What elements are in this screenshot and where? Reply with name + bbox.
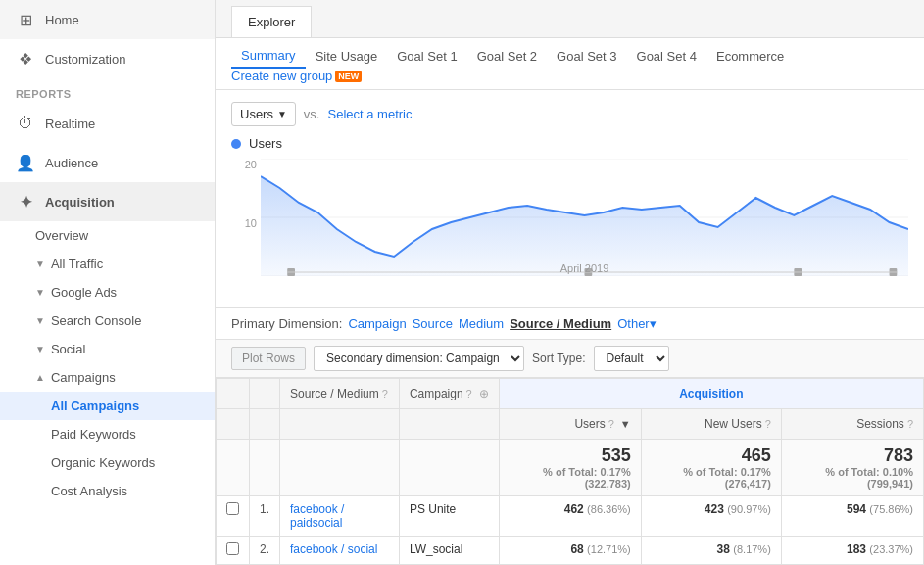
sidebar-item-overview[interactable]: Overview bbox=[0, 221, 215, 250]
row2-number: 2. bbox=[250, 537, 280, 565]
total-number bbox=[250, 440, 280, 496]
home-icon: ⊞ bbox=[16, 10, 35, 29]
social-label: Social bbox=[51, 342, 85, 356]
source-medium-help-icon[interactable]: ? bbox=[382, 388, 388, 400]
th-source-medium[interactable]: Source / Medium ? bbox=[280, 379, 400, 409]
th-sessions[interactable]: Sessions ? bbox=[781, 409, 923, 440]
paid-keywords-label: Paid Keywords bbox=[51, 427, 136, 442]
chart-area: Users ▼ vs. Select a metric Users 20 10 bbox=[216, 90, 924, 308]
th-number2 bbox=[250, 409, 280, 440]
audience-icon: 👤 bbox=[16, 153, 35, 172]
th-new-users[interactable]: New Users ? bbox=[641, 409, 781, 440]
tab-ecommerce[interactable]: Ecommerce bbox=[706, 45, 794, 68]
tab-summary[interactable]: Summary bbox=[231, 44, 306, 69]
controls-row: Plot Rows Secondary dimension: Campaign … bbox=[216, 340, 924, 378]
y-label-10: 10 bbox=[231, 217, 257, 229]
sidebar-item-acquisition[interactable]: ✦ Acquisition bbox=[0, 182, 215, 221]
dim-source-medium-link[interactable]: Source / Medium bbox=[510, 316, 611, 331]
sidebar-item-realtime-label: Realtime bbox=[45, 117, 95, 131]
select-metric-link[interactable]: Select a metric bbox=[327, 107, 412, 121]
dim-other-dropdown[interactable]: Other▾ bbox=[617, 316, 657, 331]
plot-rows-button[interactable]: Plot Rows bbox=[231, 347, 306, 370]
secondary-dimension-select[interactable]: Secondary dimension: Campaign bbox=[314, 346, 524, 371]
main-content: Explorer Summary Site Usage Goal Set 1 G… bbox=[216, 0, 924, 565]
new-users-help-icon[interactable]: ? bbox=[765, 418, 771, 430]
chart-container: 20 10 bbox=[231, 159, 908, 296]
primary-dimension-row: Primary Dimension: Campaign Source Mediu… bbox=[216, 308, 924, 340]
row2-checkbox[interactable] bbox=[217, 537, 250, 565]
row2-source-medium[interactable]: facebook / social bbox=[280, 537, 400, 565]
new-badge: NEW bbox=[335, 71, 362, 82]
social-arrow: ▼ bbox=[35, 344, 45, 354]
row2-new-users: 38 (8.17%) bbox=[641, 537, 781, 565]
chart-x-label: April 2019 bbox=[560, 262, 609, 274]
row1-checkbox[interactable] bbox=[217, 496, 250, 537]
sidebar-item-customization-label: Customization bbox=[45, 52, 125, 67]
sidebar-item-audience[interactable]: 👤 Audience bbox=[0, 143, 215, 182]
sort-type-select[interactable]: Default bbox=[594, 346, 669, 371]
sidebar-item-home[interactable]: ⊞ Home bbox=[0, 0, 215, 39]
metric-selector-row: Users ▼ vs. Select a metric bbox=[231, 102, 908, 126]
dim-campaign-link[interactable]: Campaign bbox=[348, 316, 406, 331]
row1-number: 1. bbox=[250, 496, 280, 537]
dim-source-link[interactable]: Source bbox=[413, 316, 453, 331]
total-sessions: 783 % of Total: 0.10% (799,941) bbox=[781, 440, 923, 496]
users-help-icon[interactable]: ? bbox=[608, 418, 614, 430]
chart-legend-label: Users bbox=[249, 136, 282, 151]
tab-goal-set-4[interactable]: Goal Set 4 bbox=[627, 45, 706, 68]
sidebar-item-all-traffic[interactable]: ▼ All Traffic bbox=[0, 250, 215, 278]
sidebar-item-social[interactable]: ▼ Social bbox=[0, 335, 215, 363]
sidebar-item-customization[interactable]: ❖ Customization bbox=[0, 39, 215, 78]
campaign-help-icon[interactable]: ? bbox=[466, 388, 472, 400]
y-label-20: 20 bbox=[231, 159, 257, 170]
tab-goal-set-3[interactable]: Goal Set 3 bbox=[547, 45, 626, 68]
row2-checkbox-input[interactable] bbox=[226, 542, 239, 555]
row1-new-users: 423 (90.97%) bbox=[641, 496, 781, 537]
th-source-medium2 bbox=[280, 409, 400, 440]
tab-goal-set-1[interactable]: Goal Set 1 bbox=[387, 45, 466, 68]
sessions-help-icon[interactable]: ? bbox=[907, 418, 913, 430]
explorer-tab[interactable]: Explorer bbox=[231, 6, 312, 37]
sidebar: ⊞ Home ❖ Customization REPORTS ⏱ Realtim… bbox=[0, 0, 216, 565]
sidebar-item-google-ads[interactable]: ▼ Google Ads bbox=[0, 278, 215, 306]
reports-section-label: REPORTS bbox=[0, 78, 215, 104]
campaigns-arrow: ▲ bbox=[35, 372, 45, 383]
th-checkbox2 bbox=[217, 409, 250, 440]
row1-checkbox-input[interactable] bbox=[226, 502, 239, 515]
sidebar-item-realtime[interactable]: ⏱ Realtime bbox=[0, 104, 215, 143]
tab-divider bbox=[802, 49, 802, 65]
total-new-users: 465 % of Total: 0.17% (276,417) bbox=[641, 440, 781, 496]
dim-medium-link[interactable]: Medium bbox=[459, 316, 504, 331]
search-console-arrow: ▼ bbox=[35, 315, 45, 326]
th-campaign[interactable]: Campaign ? ⊕ bbox=[399, 379, 499, 409]
sidebar-item-organic-keywords[interactable]: Organic Keywords bbox=[0, 448, 215, 477]
metric-dropdown[interactable]: Users ▼ bbox=[231, 102, 296, 126]
google-ads-arrow: ▼ bbox=[35, 287, 45, 298]
row2-campaign: LW_social bbox=[399, 537, 499, 565]
tab-goal-set-2[interactable]: Goal Set 2 bbox=[467, 45, 547, 68]
sidebar-item-all-campaigns[interactable]: All Campaigns bbox=[0, 392, 215, 420]
th-users[interactable]: Users ? ▼ bbox=[499, 409, 641, 440]
users-sort-arrow[interactable]: ▼ bbox=[620, 418, 631, 430]
organic-keywords-label: Organic Keywords bbox=[51, 455, 155, 470]
campaigns-label: Campaigns bbox=[51, 370, 116, 385]
th-number bbox=[250, 379, 280, 409]
create-new-group-label: Create new group bbox=[231, 69, 332, 83]
add-segment-button[interactable]: ⊕ bbox=[479, 387, 489, 400]
table-row: 2. facebook / social LW_social 68 (12.71… bbox=[217, 537, 924, 565]
chart-legend: Users bbox=[231, 136, 908, 151]
row1-source-medium[interactable]: facebook / paidsocial bbox=[280, 496, 400, 537]
total-source-medium bbox=[280, 440, 400, 496]
sidebar-item-paid-keywords[interactable]: Paid Keywords bbox=[0, 420, 215, 448]
sidebar-item-search-console[interactable]: ▼ Search Console bbox=[0, 306, 215, 335]
row2-sessions: 183 (23.37%) bbox=[781, 537, 923, 565]
google-ads-label: Google Ads bbox=[51, 285, 117, 300]
sidebar-item-campaigns[interactable]: ▲ Campaigns bbox=[0, 363, 215, 392]
sidebar-item-cost-analysis[interactable]: Cost Analysis bbox=[0, 477, 215, 505]
create-new-group-button[interactable]: Create new group NEW bbox=[231, 69, 362, 83]
cost-analysis-label: Cost Analysis bbox=[51, 484, 127, 498]
metric-dropdown-label: Users bbox=[240, 107, 273, 121]
th-acquisition-group: Acquisition bbox=[499, 379, 923, 409]
tab-site-usage[interactable]: Site Usage bbox=[306, 45, 388, 68]
data-table: Source / Medium ? Campaign ? ⊕ Acquisiti… bbox=[216, 378, 924, 565]
